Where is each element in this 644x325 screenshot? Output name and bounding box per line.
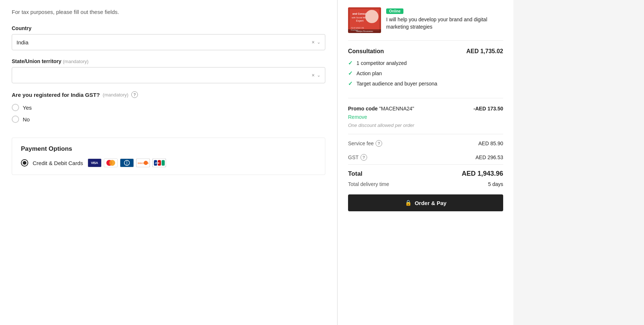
country-label: Country xyxy=(12,25,325,31)
card-icons: VISA DISCOVER xyxy=(88,158,166,167)
country-clear-icon[interactable]: × xyxy=(312,39,315,45)
feature-item-2: ✓ Action plan xyxy=(348,70,503,77)
delivery-label: Total delivery time xyxy=(348,181,389,187)
country-value: India xyxy=(17,39,312,45)
state-select[interactable]: × ⌄ xyxy=(12,67,325,83)
feature-item-3: ✓ Target audience and buyer persona xyxy=(348,80,503,87)
gst-fee-row: GST ? AED 296.53 xyxy=(348,150,503,164)
gst-fee-value: AED 296.53 xyxy=(476,154,504,160)
svg-point-17 xyxy=(365,10,378,23)
feature-list: ✓ 1 competitor analyzed ✓ Action plan ✓ … xyxy=(348,60,503,98)
service-fee-label: Service fee ? xyxy=(348,140,382,147)
credit-debit-label: Credit & Debit Cards xyxy=(33,160,83,166)
lock-icon: 🔒 xyxy=(405,200,412,206)
payment-title: Payment Options xyxy=(21,145,316,153)
feature-item-1: ✓ 1 competitor analyzed xyxy=(348,60,503,66)
product-thumbnail: and Consulting with Social Media Expert … xyxy=(348,7,381,33)
gst-yes-option[interactable]: Yes xyxy=(12,104,325,111)
consultation-row: Consultation AED 1,735.02 xyxy=(348,48,503,55)
svg-point-1 xyxy=(109,160,115,166)
gst-no-option[interactable]: No xyxy=(12,116,325,123)
gst-radio-group: Yes No xyxy=(12,104,325,123)
delivery-row: Total delivery time 5 days xyxy=(348,181,503,194)
country-group: Country India × ⌄ xyxy=(12,25,325,50)
gst-yes-radio[interactable] xyxy=(12,104,19,111)
order-pay-button[interactable]: 🔒 Order & Pay xyxy=(348,194,503,211)
total-label: Total xyxy=(348,170,362,178)
state-label: State/Union territory (mandatory) xyxy=(12,58,325,64)
svg-rect-10 xyxy=(161,160,165,165)
feature-label-3: Target audience and buyer persona xyxy=(356,81,437,87)
service-fee-help-icon[interactable]: ? xyxy=(376,140,382,147)
state-group: State/Union territory (mandatory) × ⌄ xyxy=(12,58,325,83)
credit-debit-radio[interactable] xyxy=(21,159,28,167)
online-badge: Online xyxy=(386,8,403,14)
gst-fee-help-icon[interactable]: ? xyxy=(361,154,367,161)
gst-help-icon[interactable]: ? xyxy=(131,91,138,98)
country-chevron-icon: ⌄ xyxy=(317,40,321,45)
svg-text:JCB: JCB xyxy=(154,162,159,164)
gst-question-label: Are you registered for India GST? (manda… xyxy=(12,91,325,98)
consultation-price: AED 1,735.02 xyxy=(466,48,503,55)
gst-no-label: No xyxy=(23,116,30,123)
main-form: For tax purposes, please fill out these … xyxy=(0,0,337,325)
state-clear-icon[interactable]: × xyxy=(312,72,315,78)
feature-label-1: 1 competitor analyzed xyxy=(356,60,407,66)
service-fee-value: AED 85.90 xyxy=(478,140,503,146)
feature-label-2: Action plan xyxy=(356,70,382,76)
promo-note: One discount allowed per order xyxy=(348,123,503,128)
check-icon-1: ✓ xyxy=(348,60,353,66)
gst-yes-label: Yes xyxy=(23,105,32,111)
gst-no-radio[interactable] xyxy=(12,116,19,123)
tax-description: For tax purposes, please fill out these … xyxy=(12,9,325,15)
consultation-title: Consultation xyxy=(348,48,384,55)
promo-discount: -AED 173.50 xyxy=(473,106,503,112)
svg-point-6 xyxy=(143,161,147,165)
discover-icon: DISCOVER xyxy=(136,158,150,167)
promo-label: Promo code "MACENNA24" xyxy=(348,106,414,112)
payment-section: Payment Options Credit & Debit Cards VIS… xyxy=(12,138,325,175)
gst-fee-label: GST ? xyxy=(348,154,367,161)
check-icon-2: ✓ xyxy=(348,70,353,77)
credit-debit-option[interactable]: Credit & Debit Cards VISA xyxy=(21,158,316,167)
order-pay-label: Order & Pay xyxy=(415,200,447,206)
delivery-value: 5 days xyxy=(488,181,503,187)
remove-promo-link[interactable]: Remove xyxy=(348,114,367,120)
mastercard-icon xyxy=(104,158,118,167)
product-description: I will help you develop your brand and d… xyxy=(386,16,503,30)
svg-text:Expert: Expert xyxy=(356,19,363,22)
order-summary-sidebar: and Consulting with Social Media Expert … xyxy=(337,0,513,325)
total-row: Total AED 1,943.96 xyxy=(348,164,503,181)
visa-icon: VISA xyxy=(88,158,102,167)
product-card: and Consulting with Social Media Expert … xyxy=(348,7,503,41)
check-icon-3: ✓ xyxy=(348,80,353,87)
gst-group: Are you registered for India GST? (manda… xyxy=(12,91,325,123)
country-select[interactable]: India × ⌄ xyxy=(12,34,325,50)
total-value: AED 1,943.96 xyxy=(462,170,503,178)
state-chevron-icon: ⌄ xyxy=(317,73,321,78)
jcb-icon: JCB xyxy=(152,158,166,167)
promo-row: Promo code "MACENNA24" -AED 173.50 Remov… xyxy=(348,106,503,134)
service-fee-row: Service fee ? AED 85.90 xyxy=(348,136,503,150)
diners-icon xyxy=(120,158,134,167)
